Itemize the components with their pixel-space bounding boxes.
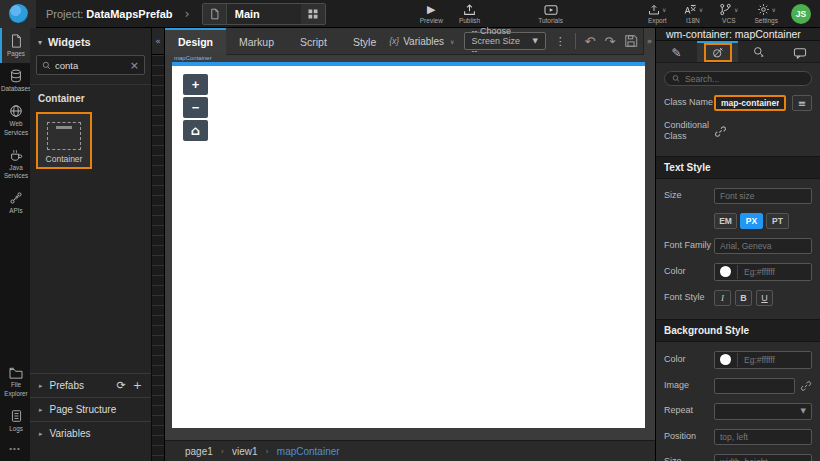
accordion-page-structure[interactable]: ▸ Page Structure: [30, 397, 151, 421]
breadcrumb-view1[interactable]: view1: [232, 446, 258, 457]
widget-search-input[interactable]: [55, 60, 126, 71]
app-logo[interactable]: [0, 0, 36, 28]
logs-icon: [10, 409, 23, 423]
bg-repeat-select[interactable]: ▼: [714, 403, 812, 420]
undo-button[interactable]: ↶: [584, 35, 595, 48]
canvas-page[interactable]: + − ⌂: [172, 62, 645, 428]
tab-design[interactable]: Design: [165, 28, 226, 55]
map-home-button[interactable]: ⌂: [183, 120, 208, 141]
more-options-button[interactable]: ⋮: [555, 35, 566, 48]
bg-image-label: Image: [664, 380, 714, 391]
conditional-class-bind-button[interactable]: [714, 125, 727, 138]
page-selector[interactable]: Main: [202, 3, 326, 25]
widgets-header[interactable]: ▾ Widgets: [30, 28, 151, 55]
class-list-button[interactable]: ≡: [792, 95, 812, 111]
canvas-toolbar: Design Markup Script Style {x} Variables…: [165, 28, 655, 55]
italic-button[interactable]: I: [714, 290, 731, 306]
tab-comments[interactable]: [779, 41, 820, 62]
tab-styles[interactable]: [697, 41, 738, 62]
unit-px-button[interactable]: PX: [740, 213, 763, 229]
bold-button[interactable]: B: [735, 290, 752, 306]
text-color-label: Color: [664, 266, 714, 277]
tab-script[interactable]: Script: [287, 28, 340, 55]
vertical-ruler: [152, 55, 164, 461]
underline-button[interactable]: U: [756, 290, 773, 306]
redo-button[interactable]: ↷: [604, 35, 615, 48]
refresh-icon[interactable]: ⟳: [117, 379, 126, 392]
sidebar-item-logs[interactable]: Logs: [0, 403, 30, 438]
play-icon: ▶: [427, 3, 435, 16]
rail-label: APIs: [9, 207, 22, 215]
publish-button[interactable]: Publish: [451, 0, 488, 28]
sidebar-item-web-services[interactable]: Web Services: [0, 98, 30, 141]
font-size-input[interactable]: [714, 188, 812, 204]
sidebar-item-pages[interactable]: Pages: [0, 28, 30, 63]
text-color-input[interactable]: [737, 265, 806, 279]
accordion-variables[interactable]: ▸ Variables: [30, 421, 151, 445]
variables-button[interactable]: {x} Variables ∨: [389, 36, 454, 47]
bg-position-label: Position: [664, 431, 714, 442]
font-family-label: Font Family: [664, 240, 714, 251]
sidebar-item-file-explorer[interactable]: File Explorer: [0, 361, 30, 402]
container-widget-tile[interactable]: Container: [36, 112, 92, 169]
css-style-icon: [711, 46, 725, 59]
caret-icon: ∨: [772, 6, 776, 13]
project-title: Project: DataMapsPrefab: [46, 8, 173, 20]
grid-view-icon[interactable]: [301, 4, 325, 24]
properties-tabs: ✎: [656, 41, 820, 63]
design-canvas[interactable]: mapContainer + − ⌂: [165, 55, 655, 440]
save-button[interactable]: [624, 34, 638, 48]
vcs-label: VCS: [722, 17, 735, 24]
breadcrumb-mapcontainer[interactable]: mapContainer: [277, 446, 340, 457]
user-avatar[interactable]: JS: [791, 4, 811, 24]
bg-size-input[interactable]: [714, 454, 812, 461]
sidebar-item-apis[interactable]: APIs: [0, 185, 30, 220]
sidebar-item-java-services[interactable]: Java Services: [0, 142, 30, 185]
bg-color-swatch[interactable]: [720, 354, 731, 365]
vcs-button[interactable]: ∨ VCS: [711, 0, 746, 28]
i18n-button[interactable]: ∨ I18N: [675, 0, 711, 28]
unit-pt-button[interactable]: PT: [766, 213, 789, 229]
bg-color-label: Color: [664, 354, 714, 365]
unit-em-button[interactable]: EM: [714, 213, 737, 229]
font-family-input[interactable]: [714, 238, 812, 254]
widget-search-box: ×: [36, 55, 145, 75]
vcs-branch-icon: ∨: [719, 3, 738, 16]
tab-inspect[interactable]: [738, 41, 779, 62]
class-name-input[interactable]: [714, 95, 786, 111]
properties-panel-title: wm-container: mapContainer: [656, 28, 820, 41]
screen-size-select[interactable]: -- Choose Screen Size -- ▼: [464, 32, 546, 50]
tab-markup-edit[interactable]: ✎: [656, 41, 697, 62]
breadcrumb-page1[interactable]: page1: [185, 446, 213, 457]
magnifier-cursor-icon: [752, 46, 766, 59]
map-zoom-in-button[interactable]: +: [183, 74, 208, 95]
sidebar-item-databases[interactable]: Databases: [0, 63, 30, 98]
tab-style[interactable]: Style: [340, 28, 389, 55]
export-icon: ∨: [648, 3, 666, 16]
accordion-prefabs[interactable]: ▸ Prefabs ⟳ +: [30, 373, 151, 397]
breadcrumb-chevron-icon: ›: [266, 447, 269, 456]
map-zoom-out-button[interactable]: −: [183, 97, 208, 118]
collapse-left-panel-button[interactable]: «: [152, 28, 164, 55]
bg-image-input[interactable]: [714, 378, 795, 394]
settings-button[interactable]: ∨ Settings: [747, 0, 787, 28]
caret-right-icon: ▸: [39, 382, 43, 390]
bg-image-bind-button[interactable]: [800, 380, 812, 392]
add-prefab-icon[interactable]: +: [133, 379, 142, 392]
clear-search-icon[interactable]: ×: [130, 59, 139, 72]
text-color-swatch[interactable]: [720, 266, 731, 277]
select-caret-icon: ▼: [532, 37, 537, 45]
bg-position-input[interactable]: [714, 429, 812, 445]
tutorials-button[interactable]: Tutorials: [530, 0, 571, 28]
property-search-input[interactable]: [685, 72, 804, 85]
collapse-right-panel-button[interactable]: »: [643, 28, 655, 55]
font-style-label: Font Style: [664, 292, 714, 303]
ruler-column: «: [152, 28, 165, 461]
tab-markup[interactable]: Markup: [226, 28, 287, 55]
export-button[interactable]: ∨ Export: [640, 0, 675, 28]
selection-highlight-bar: [172, 62, 645, 66]
bg-color-input[interactable]: [737, 353, 806, 367]
rail-overflow-button[interactable]: •••: [0, 438, 30, 461]
toolbar-divider: [575, 33, 576, 49]
preview-button[interactable]: ▶ Preview: [412, 0, 451, 28]
